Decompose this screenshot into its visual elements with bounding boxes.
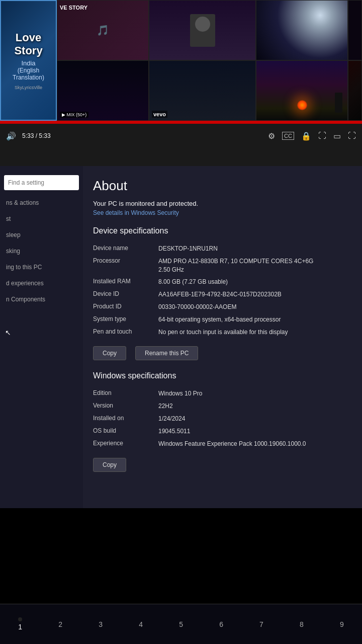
- device-name-label: Device name: [93, 245, 158, 252]
- pen-touch-value: No pen or touch input is available for t…: [158, 328, 352, 337]
- yt-thumb-4[interactable]: [256, 0, 348, 60]
- yt-thumb-forest[interactable]: [256, 60, 348, 121]
- spec-row-version: Version 22H2: [93, 400, 352, 413]
- taskbar-label-6: 6: [219, 620, 223, 628]
- taskbar-item-6[interactable]: 6: [219, 620, 223, 628]
- windows-spec-table: Edition Windows 10 Pro Version 22H2 Inst…: [93, 387, 352, 450]
- settings-icon[interactable]: ⚙: [268, 131, 275, 141]
- about-title: About: [93, 178, 352, 194]
- yt-thumb-2[interactable]: [149, 0, 256, 60]
- taskbar-label-9: 9: [340, 620, 344, 628]
- yt-thumb-6[interactable]: ▶ MIX (50+): [57, 60, 149, 121]
- taskbar-label-8: 8: [300, 620, 304, 628]
- version-value: 22H2: [158, 402, 352, 411]
- taskbar-item-3[interactable]: 3: [99, 620, 103, 628]
- yt-time: 5:33 / 5:33: [22, 132, 51, 139]
- device-id-value: AA16AFEB-1E79-4792-B24C-0157D202302B: [158, 290, 352, 299]
- yt-thumb-1[interactable]: 🎵 VE STORY: [57, 0, 149, 60]
- sidebar-item-4[interactable]: sking: [0, 244, 83, 259]
- yt-thumb-candle[interactable]: [348, 60, 362, 121]
- product-id-label: Product ID: [93, 303, 158, 310]
- mix-badge: ▶ MIX (50+): [60, 112, 88, 118]
- sidebar-item-5[interactable]: ing to this PC: [0, 260, 83, 275]
- taskbar-item-5[interactable]: 5: [179, 620, 183, 628]
- device-name-value: DESKTOP-1NRU1RN: [158, 245, 352, 253]
- taskbar-item-4[interactable]: 4: [139, 620, 143, 628]
- device-spec-table: Device name DESKTOP-1NRU1RN Processor AM…: [93, 243, 352, 338]
- spec-row-ram: Installed RAM 8.00 GB (7.27 GB usable): [93, 276, 352, 288]
- sidebar-item-6[interactable]: d experiences: [0, 276, 83, 291]
- experience-value: Windows Feature Experience Pack 1000.190…: [158, 440, 352, 448]
- spec-row-system-type: System type 64-bit operating system, x64…: [93, 313, 352, 326]
- taskbar-item-8[interactable]: 8: [300, 620, 304, 628]
- sidebar-search-box[interactable]: [4, 175, 79, 190]
- yt-thumb-5[interactable]: [348, 0, 362, 60]
- featured-subtitle: India: [21, 59, 35, 67]
- copy-button-2[interactable]: Copy: [93, 458, 126, 472]
- system-type-value: 64-bit operating system, x64-based proce…: [158, 315, 352, 324]
- sidebar-item-2[interactable]: st: [0, 211, 83, 226]
- theater-icon[interactable]: ▭: [333, 131, 341, 141]
- installed-on-label: Installed on: [93, 415, 158, 422]
- taskbar-label-2: 2: [58, 620, 62, 628]
- settings-sidebar: ns & actions st sleep sking ing to this …: [0, 166, 83, 508]
- installed-on-value: 1/24/2024: [158, 415, 352, 423]
- processor-label: Processor: [93, 257, 158, 264]
- featured-source: SkyLyricsVille: [15, 85, 42, 90]
- taskbar-item-1[interactable]: 1: [18, 617, 22, 631]
- ram-label: Installed RAM: [93, 278, 158, 285]
- version-label: Version: [93, 402, 158, 409]
- spec-row-pen-touch: Pen and touch No pen or touch input is a…: [93, 326, 352, 339]
- system-type-label: System type: [93, 315, 158, 323]
- spec-row-os-build: OS build 19045.5011: [93, 425, 352, 438]
- spec-row-edition: Edition Windows 10 Pro: [93, 387, 352, 400]
- about-status: Your PC is monitored and protected.: [93, 200, 352, 207]
- sidebar-search-input[interactable]: [8, 179, 75, 186]
- cc-icon[interactable]: CC: [282, 132, 294, 140]
- taskbar-label-1: 1: [18, 623, 22, 631]
- experience-label: Experience: [93, 440, 158, 447]
- spec-row-experience: Experience Windows Feature Experience Pa…: [93, 438, 352, 450]
- processor-value: AMD PRO A12-8830B R7, 10 COMPUTE CORES 4…: [158, 257, 352, 274]
- copy-button[interactable]: Copy: [93, 346, 126, 360]
- taskbar-label-4: 4: [139, 620, 143, 628]
- settings-section: ns & actions st sleep sking ing to this …: [0, 166, 362, 508]
- device-id-label: Device ID: [93, 290, 158, 297]
- taskbar-icon-1[interactable]: [18, 617, 22, 621]
- rename-pc-button[interactable]: Rename this PC: [135, 346, 198, 360]
- youtube-section: 🎵 VE STORY Love Story India (English Tra…: [0, 0, 362, 166]
- vevo-badge: vevo: [152, 111, 167, 118]
- taskbar-item-2[interactable]: 2: [58, 620, 62, 628]
- spec-row-device-name: Device name DESKTOP-1NRU1RN: [93, 243, 352, 255]
- taskbar-label-5: 5: [179, 620, 183, 628]
- fullscreen-icon[interactable]: ⛶: [348, 131, 356, 140]
- ve-story-label: VE STORY: [60, 5, 87, 11]
- cursor-indicator: ↖: [5, 329, 11, 337]
- taskbar-label-7: 7: [259, 620, 263, 628]
- windows-spec-heading: Windows specifications: [93, 371, 352, 380]
- sidebar-item-3[interactable]: sleep: [0, 227, 83, 243]
- spec-row-product-id: Product ID 00330-70000-00002-AAOEM: [93, 301, 352, 313]
- spec-row-processor: Processor AMD PRO A12-8830B R7, 10 COMPU…: [93, 255, 352, 276]
- taskbar-item-9[interactable]: 9: [340, 620, 344, 628]
- os-build-value: 19045.5011: [158, 427, 352, 436]
- spec-row-device-id: Device ID AA16AFEB-1E79-4792-B24C-0157D2…: [93, 288, 352, 301]
- product-id-value: 00330-70000-00002-AAOEM: [158, 303, 352, 311]
- taskbar: 1 2 3 4 5 6 7 8 9: [0, 604, 362, 644]
- taskbar-item-7[interactable]: 7: [259, 620, 263, 628]
- featured-title: Love Story: [9, 31, 48, 57]
- youtube-grid: 🎵 VE STORY Love Story India (English Tra…: [0, 0, 362, 121]
- pen-touch-label: Pen and touch: [93, 328, 158, 335]
- volume-icon[interactable]: 🔊: [6, 131, 16, 141]
- sidebar-item-1[interactable]: ns & actions: [0, 195, 83, 210]
- sidebar-item-7[interactable]: n Components: [0, 292, 83, 307]
- lock-icon[interactable]: 🔒: [301, 131, 311, 141]
- featured-subtitle2: (English Translation): [9, 67, 48, 81]
- security-link[interactable]: See details in Windows Security: [93, 209, 352, 216]
- device-spec-heading: Device specifications: [93, 226, 352, 235]
- ram-value: 8.00 GB (7.27 GB usable): [158, 278, 352, 286]
- yt-thumb-7[interactable]: vevo: [149, 60, 256, 121]
- yt-right-controls: ⚙ CC 🔒 ⛶ ▭ ⛶: [268, 131, 356, 141]
- yt-thumb-featured[interactable]: Love Story India (English Translation) S…: [0, 0, 57, 121]
- pip-icon[interactable]: ⛶: [318, 131, 326, 140]
